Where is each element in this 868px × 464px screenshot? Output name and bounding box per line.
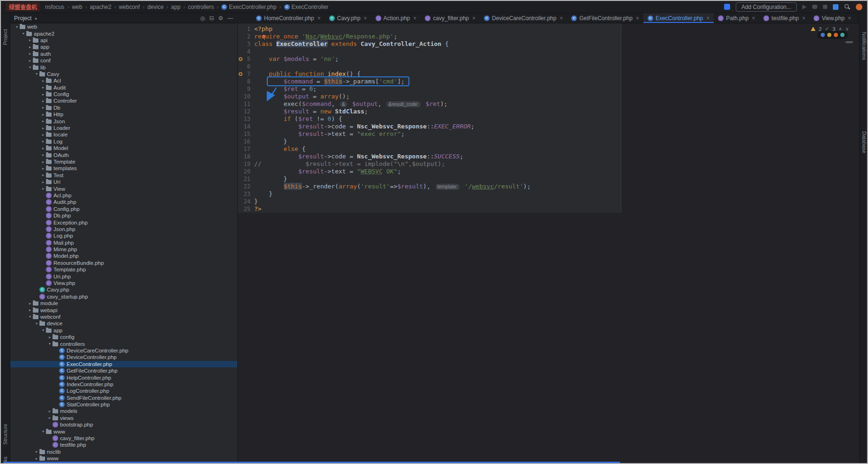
tree-row[interactable]: Exception.php	[10, 219, 237, 225]
tree-row[interactable]: Db.php	[10, 212, 237, 219]
tree-row[interactable]: CCavy.php	[10, 286, 237, 293]
tree-chevron[interactable]: ▾	[27, 65, 33, 69]
breadcrumb-item[interactable]: controllers	[188, 4, 214, 10]
tree-chevron[interactable]: ▸	[40, 99, 46, 103]
editor-tab[interactable]: CCavy.php×	[325, 13, 371, 23]
editor-tab[interactable]: CDeviceCareController.php×	[480, 13, 567, 23]
tree-row[interactable]: ▸nsclib	[10, 449, 237, 455]
tree-row[interactable]: ▸Model	[10, 145, 237, 151]
tree-chevron[interactable]: ▸	[40, 180, 46, 184]
tree-row[interactable]: ▸Db	[10, 105, 237, 111]
breadcrumb-item[interactable]: web	[72, 4, 82, 10]
run-icon[interactable]	[802, 5, 807, 9]
collapse-all-icon[interactable]: ⊟	[209, 15, 214, 22]
tree-row[interactable]: Template.php	[10, 266, 237, 273]
tree-chevron[interactable]: ▸	[40, 187, 46, 191]
project-panel-title[interactable]: Project	[14, 15, 31, 22]
tree-chevron[interactable]: ▸	[47, 416, 53, 420]
tree-chevron[interactable]: ▸	[40, 112, 46, 117]
tab-close-icon[interactable]: ×	[559, 15, 563, 22]
tree-chevron[interactable]: ▸	[34, 449, 39, 454]
tree-row[interactable]: ▸views	[10, 415, 237, 421]
grid-icon[interactable]	[833, 4, 838, 10]
tree-chevron[interactable]: ▸	[40, 85, 46, 90]
tree-row[interactable]: CDeviceController.php	[10, 354, 237, 360]
tree-row[interactable]: ▸locale	[10, 131, 237, 138]
tree-row[interactable]: ▸OAuth	[10, 151, 237, 158]
code-editor[interactable]: 1234567891011121314151617181920212223242…	[238, 23, 859, 463]
tree-chevron[interactable]: ▾	[47, 342, 53, 346]
editor-tab[interactable]: CGetFileController.php×	[567, 13, 643, 23]
tree-row[interactable]: ▾app	[10, 327, 237, 334]
tree-row[interactable]: ▸auth	[10, 51, 237, 57]
tree-chevron[interactable]: ▸	[40, 153, 46, 157]
tree-chevron[interactable]: ▾	[14, 25, 20, 29]
tree-row[interactable]: testfile.php	[10, 442, 237, 448]
tree-row[interactable]: CLogController.php	[10, 388, 237, 394]
tree-row[interactable]: bootstrap.php	[10, 421, 237, 428]
tree-chevron[interactable]: ▸	[40, 126, 46, 130]
tree-row[interactable]: ▸Controller	[10, 97, 237, 104]
project-tree-panel[interactable]: ▾web▾apache2▸api▸app▸auth▸conf▾lib▾Cavy▸…	[10, 23, 238, 463]
tree-row[interactable]: Uri.php	[10, 273, 237, 279]
debug-icon[interactable]	[812, 5, 817, 9]
tree-row[interactable]: Json.php	[10, 226, 237, 232]
tree-chevron[interactable]: ▾	[34, 322, 39, 326]
tree-chevron[interactable]: ▸	[27, 308, 33, 312]
tree-chevron[interactable]: ▸	[27, 301, 33, 306]
tree-row[interactable]: CGetFileController.php	[10, 367, 237, 374]
tree-chevron[interactable]: ▸	[40, 160, 46, 164]
tree-row[interactable]: ▸Config	[10, 91, 237, 97]
tab-close-icon[interactable]: ×	[752, 15, 755, 22]
tab-close-icon[interactable]: ×	[317, 15, 321, 22]
tree-row[interactable]: ▾device	[10, 320, 237, 327]
editor-tab[interactable]: View.php×	[809, 13, 855, 23]
tree-row[interactable]: CHelpController.php	[10, 374, 237, 381]
share-icon[interactable]	[724, 4, 730, 10]
avatar[interactable]	[856, 4, 862, 10]
tree-row[interactable]: ▾www	[10, 428, 237, 434]
tree-chevron[interactable]: ▾	[40, 429, 46, 434]
breadcrumb-item[interactable]: webconf	[119, 4, 140, 10]
tree-row[interactable]: Config.php	[10, 206, 237, 212]
tree-row[interactable]: Mime.php	[10, 246, 237, 253]
toolwindow-button-structure[interactable]: Structure	[2, 424, 8, 445]
tree-row[interactable]: ▾lib	[10, 64, 237, 70]
tree-row[interactable]: ▾apache2	[10, 30, 237, 37]
tree-row[interactable]: ▸Http	[10, 111, 237, 118]
breadcrumb-item[interactable]: nsfocus	[45, 4, 64, 10]
tab-close-icon[interactable]: ×	[413, 15, 416, 22]
tree-chevron[interactable]: ▸	[40, 119, 46, 123]
settings-icon[interactable]: ⚙	[218, 15, 223, 22]
tree-row[interactable]: CStatController.php	[10, 401, 237, 408]
tree-row[interactable]: ▸models	[10, 408, 237, 414]
chevron-down-icon[interactable]	[33, 15, 37, 22]
locate-file-icon[interactable]: ◎	[200, 15, 205, 22]
editor-tab[interactable]: CExecController.php×	[643, 13, 714, 23]
stop-icon[interactable]	[823, 5, 827, 9]
tree-chevron[interactable]: ▸	[40, 92, 46, 97]
tree-row[interactable]: ▸webapi	[10, 307, 237, 313]
tree-row[interactable]: cavy_filter.php	[10, 435, 237, 442]
tree-row[interactable]: ▸conf	[10, 57, 237, 64]
tree-row[interactable]: ▸Loader	[10, 125, 237, 131]
tree-chevron[interactable]: ▸	[40, 133, 46, 137]
tree-row[interactable]: Audit.php	[10, 199, 237, 205]
tree-row[interactable]: ▸Acl	[10, 77, 237, 84]
tree-chevron[interactable]: ▸	[40, 139, 46, 143]
tree-row[interactable]: ▸templates	[10, 165, 237, 172]
tree-row[interactable]: ▸Test	[10, 172, 237, 179]
tree-row[interactable]: CSendFileController.php	[10, 394, 237, 401]
tab-close-icon[interactable]: ×	[706, 15, 709, 22]
tab-close-icon[interactable]: ×	[636, 15, 639, 22]
next-issue-icon[interactable]: ∨	[845, 26, 849, 31]
tree-chevron[interactable]: ▸	[27, 52, 33, 56]
tree-row[interactable]: ResourceBundle.php	[10, 260, 237, 266]
tree-row[interactable]: CIndexController.php	[10, 381, 237, 388]
add-configuration-button[interactable]: Add Configuration...	[736, 2, 797, 12]
tree-row[interactable]: ▾controllers	[10, 340, 237, 347]
editor-tab[interactable]: CHomeController.php×	[252, 13, 325, 23]
tree-chevron[interactable]: ▸	[40, 166, 46, 171]
tree-row[interactable]: ▸Audit	[10, 84, 237, 91]
tree-row[interactable]: Acl.php	[10, 192, 237, 199]
